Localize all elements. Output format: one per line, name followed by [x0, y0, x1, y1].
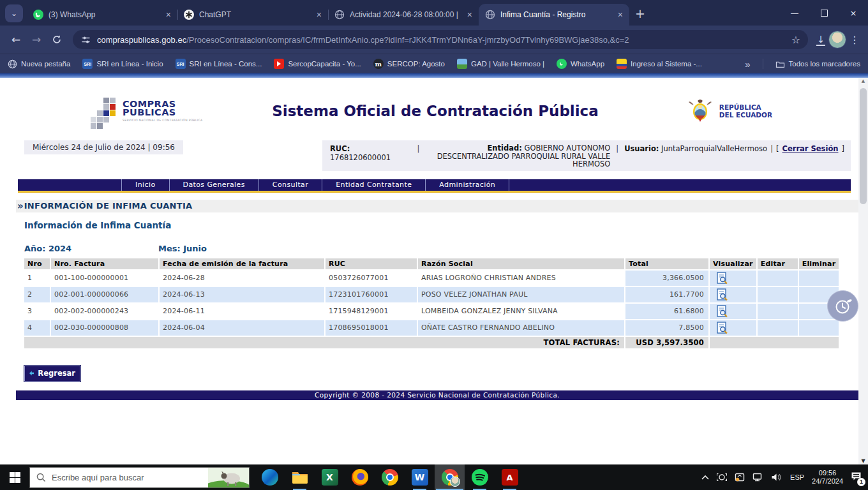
tab-infima-cuantia-active[interactable]: Infima Cuantía - Registro ×: [479, 4, 629, 26]
menu-item-consultar[interactable]: Consultar: [259, 179, 322, 191]
col-header: Nro. Factura: [51, 258, 158, 269]
tray-volume-icon[interactable]: [771, 473, 782, 482]
notification-badge: 1: [857, 478, 865, 486]
menu-item-administracion[interactable]: Administración: [426, 179, 509, 191]
all-bookmarks-button[interactable]: Todos los marcadores: [775, 60, 861, 68]
reload-button[interactable]: [47, 30, 66, 49]
site-settings-icon[interactable]: [80, 34, 91, 45]
taskbar-word[interactable]: W: [405, 464, 435, 490]
ruc-label: RUC:: [330, 144, 350, 153]
ecuador-coat-of-arms-icon: [686, 98, 714, 124]
tab-chatgpt[interactable]: ChatGPT ×: [177, 4, 328, 26]
visualizar-icon[interactable]: [717, 288, 728, 301]
browser-menu-button[interactable]: ⋮: [848, 34, 862, 46]
start-button[interactable]: [0, 464, 29, 490]
close-icon[interactable]: ×: [618, 10, 623, 19]
tray-expand-chevron-icon[interactable]: [701, 475, 709, 480]
logout-link[interactable]: Cerrar Sesión: [782, 144, 839, 153]
table-row: 3 002-002-000000243 2024-06-11 171594812…: [24, 304, 839, 319]
cell-ruc: 1715948129001: [326, 304, 417, 319]
forward-button[interactable]: →: [27, 30, 46, 49]
scroll-down-arrow[interactable]: ▼: [858, 458, 868, 464]
cell-ruc: 0503726077001: [326, 271, 417, 286]
bookmark-sercop-agosto[interactable]: m SERCOP: Agosto: [373, 59, 445, 69]
menu-item-inicio[interactable]: Inicio: [122, 179, 170, 191]
search-daily-image[interactable]: [208, 468, 249, 487]
taskbar-excel[interactable]: X: [315, 464, 345, 490]
whatsapp-icon: [557, 59, 567, 69]
user-session: Usuario: JuntaParroquialValleHermoso | […: [624, 144, 844, 153]
bookmark-gad-valle-hermoso[interactable]: GAD | Valle Hermoso |: [457, 59, 544, 69]
ecuador-flag-icon: [617, 59, 627, 69]
visualizar-icon[interactable]: [717, 272, 728, 285]
bookmark-sri-inicio[interactable]: SRI SRI en Línea - Inicio: [82, 59, 163, 69]
tab-actividad[interactable]: Actividad 2024-06-28 08:00:00 | ×: [328, 4, 479, 26]
visualizar-icon[interactable]: [717, 322, 728, 334]
bookmark-label: Nueva pestaña: [21, 60, 70, 68]
taskbar-spotify[interactable]: [465, 464, 495, 490]
close-icon[interactable]: ×: [467, 10, 472, 19]
youtube-icon: [274, 59, 284, 69]
menu-item-datos-generales[interactable]: Datos Generales: [170, 179, 259, 191]
regresar-button[interactable]: Regresar: [24, 366, 80, 382]
scrollbar-thumb[interactable]: [860, 88, 867, 204]
month-filter: Mes: Junio: [158, 244, 207, 253]
new-tab-button[interactable]: +: [631, 4, 650, 23]
window-maximize-button[interactable]: [809, 0, 839, 26]
usuario-label: Usuario:: [624, 144, 659, 153]
tray-sync-icon[interactable]: [735, 473, 745, 482]
menu-item-entidad-contratante[interactable]: Entidad Contratante: [322, 179, 426, 191]
page-scrollbar[interactable]: ▲ ▼: [858, 78, 868, 464]
col-header: Total: [625, 258, 708, 269]
pixel-mosaic-icon: [103, 104, 109, 110]
bookmark-nueva-pestana[interactable]: Nueva pestaña: [8, 59, 70, 69]
tray-network-icon[interactable]: [752, 473, 763, 482]
cell-editar: [758, 304, 798, 319]
gold-divider: [18, 191, 851, 193]
chevron-down-icon: ⌄: [11, 9, 17, 18]
cell-razon-social: ARIAS LOGROÑO CHRISTIAN ANDRES: [418, 271, 624, 286]
address-bar[interactable]: compraspublicas.gob.ec/ProcesoContrataci…: [73, 30, 808, 49]
action-center-button[interactable]: 1: [851, 471, 862, 484]
taskbar-edge[interactable]: [255, 464, 285, 490]
back-button[interactable]: ←: [6, 30, 26, 49]
taskbar-acrobat[interactable]: A: [495, 464, 525, 490]
tray-app-icon[interactable]: [717, 473, 727, 482]
taskbar-clock[interactable]: 09:56 24/7/2024: [812, 469, 843, 486]
bookmark-sri-consultas[interactable]: SRI SRI en Línea - Cons...: [176, 59, 262, 69]
guillemet-icon: »: [17, 200, 24, 212]
bookmark-whatsapp[interactable]: WhatsApp: [557, 59, 604, 69]
keyboard-language[interactable]: ESP: [790, 473, 804, 481]
close-icon[interactable]: ×: [317, 10, 322, 19]
bookmark-label: GAD | Valle Hermoso |: [471, 60, 544, 68]
bookmark-ingreso-sistema[interactable]: Ingreso al Sistema -...: [617, 59, 702, 69]
scroll-up-arrow[interactable]: ▲: [858, 78, 868, 84]
page-footer: Copyright © 2008 - 2024 Servicio Naciona…: [16, 390, 858, 400]
taskbar-chrome-active[interactable]: [435, 464, 465, 490]
profile-avatar[interactable]: [828, 31, 846, 48]
taskbar-search[interactable]: Escribe aquí para buscar: [29, 467, 250, 488]
window-close-button[interactable]: ×: [839, 0, 868, 26]
visualizar-icon[interactable]: [717, 305, 728, 318]
tab-whatsapp[interactable]: (3) WhatsApp ×: [27, 4, 177, 26]
taskbar-file-explorer[interactable]: [285, 464, 315, 490]
taskbar-chrome[interactable]: [375, 464, 405, 490]
table-header-row: Nro Nro. Factura Fecha de emisión de la …: [24, 258, 839, 269]
compras-publicas-logo: COMPRAS PUBLICAS SERVICIO NACIONAL DE CO…: [103, 100, 211, 122]
floating-timer-widget[interactable]: [827, 290, 858, 322]
cell-total: 7.8500: [625, 320, 708, 336]
window-minimize-button[interactable]: —: [780, 0, 809, 26]
cell-fecha: 2024-06-13: [160, 287, 324, 302]
url-text[interactable]: compraspublicas.gob.ec/ProcesoContrataci…: [97, 35, 782, 45]
close-icon[interactable]: ×: [166, 10, 171, 19]
downloads-button[interactable]: ↓: [814, 34, 827, 45]
clock-time: 09:56: [812, 469, 843, 477]
bookmark-sercopcapacita[interactable]: SercopCapacita - Yo...: [274, 59, 361, 69]
taskbar-firefox[interactable]: [345, 464, 375, 490]
menu-spacer: [18, 179, 122, 191]
col-header: Visualizar: [710, 258, 756, 269]
cell-nro: 2: [24, 287, 50, 302]
tab-search-button[interactable]: ⌄: [5, 4, 23, 22]
bookmarks-overflow-button[interactable]: »: [745, 59, 750, 70]
bookmark-star-icon[interactable]: ☆: [791, 34, 800, 46]
